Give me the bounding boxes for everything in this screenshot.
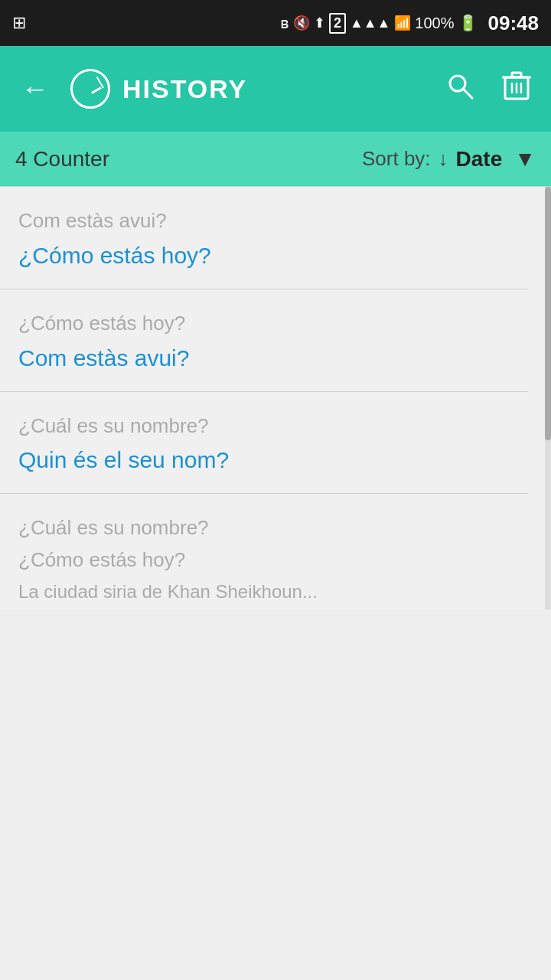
bluetooth-icon: ʙ [280, 14, 289, 32]
status-left: ⊞ [12, 13, 26, 33]
item-primary-text: Com estàs avui? [18, 343, 510, 373]
item-primary-text: Quin és el seu nom? [18, 445, 510, 475]
item-secondary-text: ¿Cómo estás hoy? [18, 311, 510, 337]
search-button[interactable] [441, 67, 479, 112]
screenshot-icon: ⊞ [12, 13, 26, 33]
counter-label: 4 Counter [15, 147, 362, 172]
status-icons: ʙ 🔇 ⬆ 2 ▲▲▲ 📶 100% 🔋 [280, 13, 478, 34]
item-partial-text: La ciudad siria de Khan Sheikhoun... [18, 580, 510, 603]
status-right: ʙ 🔇 ⬆ 2 ▲▲▲ 📶 100% 🔋 09:48 [280, 11, 539, 35]
signal2-icon: 📶 [394, 15, 411, 31]
app-title: HISTORY [122, 74, 247, 104]
history-clock-icon [70, 69, 110, 109]
toolbar-icons [441, 65, 536, 113]
delete-button[interactable] [497, 65, 536, 113]
item-secondary-text-2: ¿Cómo estás hoy? [18, 547, 510, 573]
signal-icon: ▲▲▲ [350, 15, 390, 31]
sort-by-label: Sort by: [362, 147, 431, 171]
item-secondary-text: ¿Cuál es su nombre? [18, 413, 510, 439]
svg-line-1 [463, 89, 472, 98]
back-button[interactable]: ← [15, 67, 55, 111]
svg-rect-4 [512, 73, 521, 77]
sort-value: Date [456, 147, 503, 172]
scrollbar[interactable] [545, 187, 551, 609]
status-bar: ⊞ ʙ 🔇 ⬆ 2 ▲▲▲ 📶 100% 🔋 09:48 [0, 0, 551, 46]
clock-hour-hand [91, 87, 102, 94]
title-area: HISTORY [70, 69, 425, 109]
mute-icon: 🔇 [293, 15, 310, 31]
sim-icon: 2 [329, 13, 346, 34]
sub-header: 4 Counter Sort by: ↓ Date ▼ [0, 132, 551, 187]
list-container: Com estàs avui? ¿Cómo estás hoy? ¿Cómo e… [0, 187, 551, 609]
sort-area[interactable]: Sort by: ↓ Date ▼ [362, 147, 536, 172]
list-item-partial[interactable]: ¿Cuál es su nombre? ¿Cómo estás hoy? La … [0, 494, 528, 609]
list-item[interactable]: ¿Cómo estás hoy? Com estàs avui? [0, 289, 528, 392]
list-item[interactable]: ¿Cuál es su nombre? Quin és el seu nom? [0, 392, 528, 495]
scrollbar-thumb[interactable] [545, 187, 551, 440]
battery-icon: 🔋 [458, 14, 478, 32]
item-secondary-text: Com estàs avui? [18, 208, 510, 234]
app-bar: ← HISTORY [0, 46, 551, 132]
item-secondary-text: ¿Cuál es su nombre? [18, 515, 510, 541]
status-time: 09:48 [488, 11, 540, 35]
list-item[interactable]: Com estàs avui? ¿Cómo estás hoy? [0, 187, 528, 289]
sort-direction-icon: ↓ [439, 147, 448, 171]
item-primary-text: ¿Cómo estás hoy? [18, 240, 510, 270]
data-icon: ⬆ [314, 15, 325, 31]
battery-label: 100% [415, 15, 454, 32]
dropdown-arrow-icon[interactable]: ▼ [514, 147, 536, 172]
